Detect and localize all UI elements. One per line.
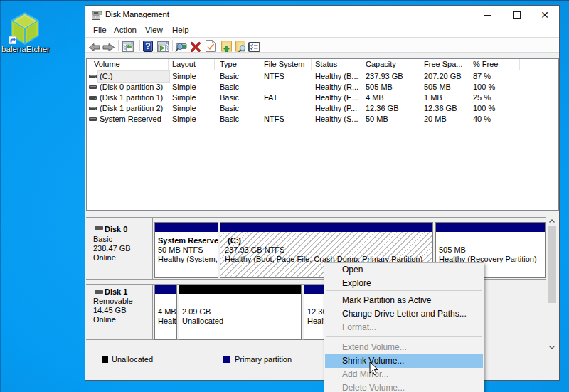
svg-text:?: ? — [145, 41, 150, 51]
